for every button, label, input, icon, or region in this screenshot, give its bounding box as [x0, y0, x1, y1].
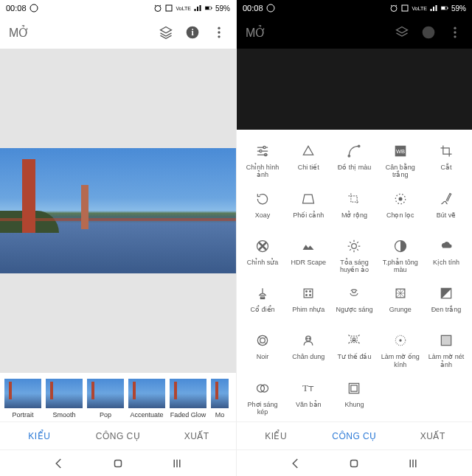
filter-faded glow[interactable]: Faded Glow [170, 379, 206, 419]
filter-accentuate[interactable]: Accentuate [128, 379, 165, 419]
signal-icon [429, 4, 438, 13]
info-icon[interactable] [420, 24, 437, 41]
tool-text[interactable]: TᴛVăn bản [285, 376, 331, 421]
hdr-icon [300, 238, 316, 254]
tab-xuat[interactable]: XUẤT [394, 431, 472, 441]
tool-curve[interactable]: Đồ thị màu [331, 139, 377, 186]
filter-label: Pop [87, 411, 124, 419]
filter-smooth[interactable]: Smooth [46, 379, 83, 419]
filter-portrait[interactable]: Portrait [4, 379, 41, 419]
bottom-tabs: KIỂU CÔNG CỤ XUẤT [0, 421, 236, 449]
more-icon[interactable] [447, 24, 463, 41]
brush-icon [438, 191, 454, 207]
svg-point-18 [423, 27, 435, 39]
tool-wb[interactable]: WBCân bằng trắng [378, 139, 423, 186]
recent-button[interactable] [170, 456, 184, 471]
chi-tiet-icon [300, 143, 316, 159]
filter-thumb [46, 379, 83, 408]
drama-icon [438, 238, 454, 254]
tool-label: Đen trắng [431, 306, 462, 321]
tab-congcu[interactable]: CÔNG CỤ [315, 431, 393, 441]
sliders-icon [254, 143, 271, 159]
tool-brush[interactable]: Bút vẽ [423, 186, 469, 234]
tool-bw[interactable]: Đen trắng [423, 281, 469, 328]
more-icon[interactable] [211, 24, 227, 41]
tool-vintage[interactable]: Cổ điển [240, 281, 285, 328]
tool-tonal[interactable]: T.phản tông màu [378, 234, 423, 281]
tool-select[interactable]: Chọn lọc [378, 186, 423, 234]
bw-icon [438, 285, 454, 301]
tool-frame[interactable]: Khung [331, 376, 377, 421]
filter-strip[interactable]: PortraitSmoothPopAccentuateFaded GlowMo [0, 373, 236, 421]
svg-rect-14 [402, 5, 408, 11]
tool-label: Chỉnh hình ảnh [241, 164, 284, 179]
info-icon[interactable]: i [184, 24, 201, 41]
tab-kieu[interactable]: KIỂU [237, 431, 315, 441]
svg-point-8 [218, 27, 220, 29]
heal-icon [254, 238, 271, 254]
screen-left: 00:08 VoLTE 59% MỞ i PortraitSmoothPopAc [0, 0, 236, 476]
tool-label: Chi tiết [298, 164, 319, 178]
filter-thumb [170, 379, 206, 408]
tool-vignette[interactable]: Làm mờ nét ảnh [423, 328, 469, 376]
tool-glow[interactable]: Tỏa sáng huyền ảo [331, 234, 377, 281]
curve-icon [346, 143, 362, 159]
svg-text:Tᴛ: Tᴛ [302, 382, 314, 393]
back-button[interactable] [288, 456, 303, 471]
tool-sliders[interactable]: Chỉnh hình ảnh [240, 139, 285, 186]
status-time: 00:08 [6, 4, 27, 13]
canvas-area[interactable] [0, 49, 236, 373]
tab-kieu[interactable]: KIỂU [0, 431, 79, 441]
signal-icon [193, 4, 202, 13]
open-button[interactable]: MỞ [9, 26, 158, 40]
battery-icon [204, 4, 213, 13]
tool-drama[interactable]: Kịch tính [423, 234, 469, 281]
svg-point-1 [155, 6, 161, 12]
tool-double[interactable]: Phơi sáng kép [240, 376, 285, 421]
tool-headpose[interactable]: Tư thế đầu [331, 328, 377, 376]
tool-film[interactable]: Phim nhựa [285, 281, 331, 328]
tool-chi-tiet[interactable]: Chi tiết [285, 139, 331, 186]
tool-label: Làm mờ ống kính [379, 353, 422, 368]
tool-noir[interactable]: Noir [240, 328, 285, 376]
filter-mo[interactable]: Mo [211, 379, 229, 419]
tool-label: T.phản tông màu [379, 259, 422, 274]
back-button[interactable] [52, 456, 66, 471]
screen-right: 00:08 VoLTE 59% MỞ Chỉnh hình ảnhChi tiế… [236, 0, 472, 476]
recent-button[interactable] [406, 456, 420, 471]
tool-label: Cắt [440, 164, 451, 178]
tab-xuat[interactable]: XUẤT [157, 431, 236, 441]
home-button[interactable] [347, 456, 361, 471]
tool-rotate[interactable]: Xoay [240, 186, 285, 234]
filter-thumb [128, 379, 165, 408]
tool-perspective[interactable]: Phối cảnh [285, 186, 331, 234]
tool-crop[interactable]: Cắt [423, 139, 469, 186]
filter-pop[interactable]: Pop [87, 379, 124, 419]
tool-retrolux[interactable]: Ngược sáng [331, 281, 377, 328]
tool-label: HDR Scape [291, 259, 327, 273]
tool-heal[interactable]: Chỉnh sửa [240, 234, 285, 281]
layers-icon[interactable] [158, 24, 174, 41]
tool-portrait[interactable]: Chân dung [285, 328, 331, 376]
portrait-icon [300, 332, 316, 349]
svg-point-13 [391, 6, 397, 12]
film-icon [300, 285, 316, 301]
tool-label: Phối cảnh [293, 211, 324, 226]
battery-pct: 59% [215, 4, 230, 13]
tool-hdr[interactable]: HDR Scape [285, 234, 331, 281]
svg-text:WB: WB [396, 148, 405, 155]
open-button[interactable]: MỞ [246, 26, 394, 40]
filter-label: Accentuate [128, 411, 165, 419]
filter-thumb [4, 379, 41, 408]
tab-congcu[interactable]: CÔNG CỤ [79, 431, 158, 441]
alarm-icon [389, 4, 398, 13]
tool-grunge[interactable]: Grunge [378, 281, 423, 328]
home-button[interactable] [111, 456, 125, 471]
tool-lensblur[interactable]: Làm mờ ống kính [378, 328, 423, 376]
tool-label: Phim nhựa [292, 306, 324, 321]
tool-expand[interactable]: Mở rộng [331, 186, 377, 234]
svg-point-22 [263, 146, 266, 148]
status-time: 00:08 [243, 4, 263, 13]
layers-icon[interactable] [394, 24, 410, 41]
tonal-icon [392, 238, 409, 254]
